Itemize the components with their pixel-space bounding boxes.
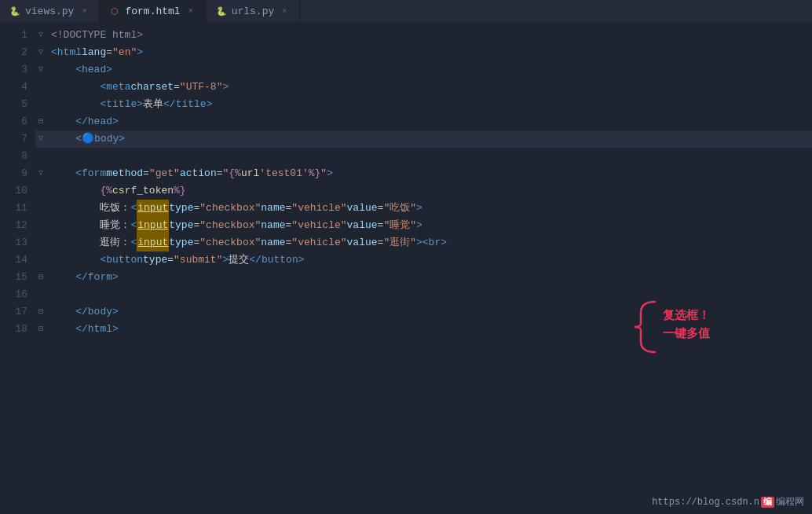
- line-num-8: 8: [0, 148, 27, 165]
- fold-icon-7[interactable]: ▽: [38, 130, 51, 148]
- line-num-18: 18: [0, 321, 27, 338]
- code-line-10: {% csrf_token %}: [35, 182, 812, 200]
- code-line-12: 睡觉：<input type="checkbox" name="vehicle"…: [35, 217, 812, 234]
- line-num-7: 7: [0, 130, 27, 148]
- watermark-logo-text: 编程网: [776, 494, 804, 511]
- line-num-1: 1: [0, 27, 27, 44]
- line-num-12: 12: [0, 217, 27, 234]
- code-line-3: ▽ <head>: [35, 61, 812, 79]
- brace-svg: [633, 300, 657, 354]
- code-line-14: <button type="submit">提交</button>: [35, 251, 812, 269]
- line-num-6: 6: [0, 113, 27, 130]
- watermark-logo-icon: 编: [761, 494, 774, 511]
- line-num-17: 17: [0, 303, 27, 321]
- line-num-5: 5: [0, 96, 27, 113]
- html-icon: ⬡: [109, 6, 120, 17]
- fold-icon-9[interactable]: ▽: [38, 165, 51, 182]
- fold-icon-17[interactable]: ⊟: [38, 303, 51, 321]
- tab-form-html[interactable]: ⬡ form.html ×: [100, 0, 206, 23]
- annotation-line2: 一键多值: [663, 325, 710, 343]
- fold-icon-18[interactable]: ⊟: [38, 321, 51, 338]
- fold-icon-3[interactable]: ▽: [38, 61, 51, 79]
- tab-close-views[interactable]: ×: [79, 6, 90, 17]
- fold-icon-6[interactable]: ⊟: [38, 113, 51, 130]
- line-num-13: 13: [0, 234, 27, 251]
- code-line-8: [35, 148, 812, 165]
- watermark: https://blog.csdn.n 编 编程网: [652, 494, 804, 511]
- code-line-2: ▽<html lang="en">: [35, 44, 812, 61]
- tab-views-py[interactable]: 🐍 views.py ×: [0, 0, 100, 23]
- editor: 1 2 3 4 5 6 7 8 9 10 11 12 13 14 15 16 1…: [0, 24, 812, 514]
- tab-urls-py[interactable]: 🐍 urls.py ×: [207, 0, 301, 23]
- code-line-9: ▽ <form method="get" action="{% url 'tes…: [35, 165, 812, 182]
- tab-close-form[interactable]: ×: [185, 6, 196, 17]
- line-num-15: 15: [0, 269, 27, 286]
- annotation-line1: 复选框！: [663, 307, 710, 325]
- fold-icon-2[interactable]: ▽: [38, 44, 51, 61]
- code-content[interactable]: ▽<!DOCTYPE html> ▽<html lang="en"> ▽ <he…: [35, 24, 812, 514]
- code-line-1: ▽<!DOCTYPE html>: [35, 27, 812, 44]
- line-num-16: 16: [0, 286, 27, 303]
- code-line-15: ⊟ </form>: [35, 269, 812, 286]
- line-num-11: 11: [0, 200, 27, 217]
- code-line-5: <title>表单</title>: [35, 96, 812, 113]
- tab-label-form: form.html: [125, 6, 180, 17]
- code-line-6: ⊟ </head>: [35, 113, 812, 130]
- line-numbers: 1 2 3 4 5 6 7 8 9 10 11 12 13 14 15 16 1…: [0, 24, 35, 514]
- tab-close-urls[interactable]: ×: [279, 6, 290, 17]
- tab-label-urls: urls.py: [232, 6, 275, 17]
- annotation-text: 复选框！ 一键多值: [663, 307, 710, 342]
- python2-icon: 🐍: [216, 6, 227, 17]
- tab-bar: 🐍 views.py × ⬡ form.html × 🐍 urls.py ×: [0, 0, 812, 24]
- watermark-url: https://blog.csdn.n: [652, 494, 759, 511]
- line-num-3: 3: [0, 61, 27, 79]
- code-line-7: ▽ <🔵body>: [35, 130, 812, 148]
- python-icon: 🐍: [9, 6, 20, 17]
- tab-label-views: views.py: [25, 6, 74, 17]
- fold-icon-15[interactable]: ⊟: [38, 269, 51, 286]
- line-num-14: 14: [0, 251, 27, 269]
- fold-icon-1[interactable]: ▽: [38, 27, 51, 44]
- code-line-4: <meta charset="UTF-8">: [35, 79, 812, 96]
- annotation: 复选框！ 一键多值: [633, 300, 710, 354]
- code-line-13: 逛街：<input type="checkbox" name="vehicle"…: [35, 234, 812, 251]
- line-num-9: 9: [0, 165, 27, 182]
- line-num-10: 10: [0, 182, 27, 200]
- line-num-4: 4: [0, 79, 27, 96]
- code-line-11: 吃饭：<input type="checkbox" name="vehicle"…: [35, 200, 812, 217]
- line-num-2: 2: [0, 44, 27, 61]
